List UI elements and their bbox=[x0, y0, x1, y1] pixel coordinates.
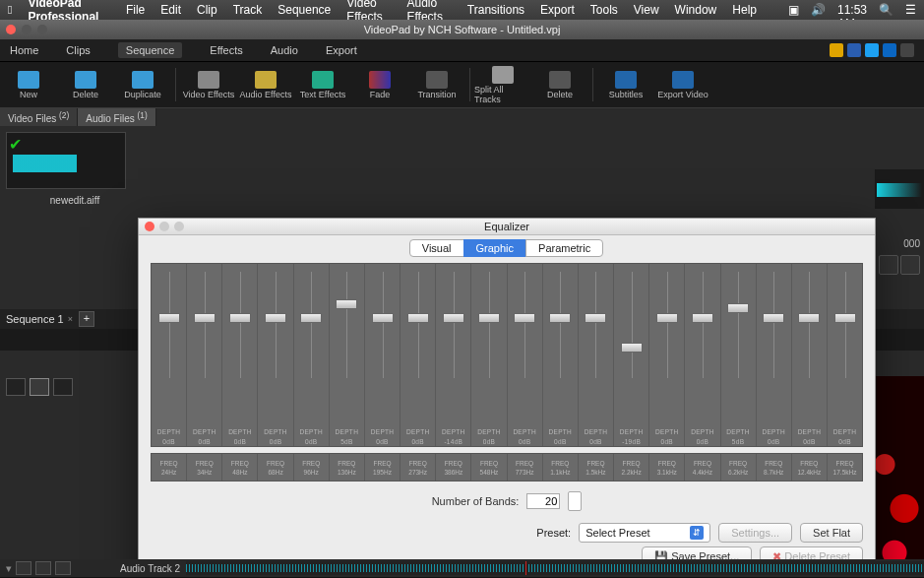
mute-icon[interactable] bbox=[16, 561, 31, 575]
eq-slider-thumb[interactable] bbox=[229, 313, 251, 323]
nav-home[interactable]: Home bbox=[10, 44, 38, 56]
tool-lock-icon[interactable] bbox=[53, 378, 73, 396]
eq-slider-thumb[interactable] bbox=[834, 313, 856, 323]
eq-slider-thumb[interactable] bbox=[549, 313, 571, 323]
clip-thumbnail[interactable]: ✔ bbox=[6, 132, 126, 189]
num-bands-stepper[interactable] bbox=[568, 491, 582, 511]
playhead[interactable] bbox=[525, 561, 526, 575]
sequence-tab[interactable]: Sequence 1 bbox=[6, 313, 64, 325]
like-icon[interactable] bbox=[830, 43, 843, 57]
eq-slider-thumb[interactable] bbox=[621, 343, 643, 353]
volume-icon[interactable]: 🔊 bbox=[811, 3, 826, 17]
seg-parametric[interactable]: Parametric bbox=[525, 239, 603, 257]
eq-freq-label: FREQ386Hz bbox=[436, 454, 471, 481]
share-icon[interactable] bbox=[900, 43, 914, 57]
menu-help[interactable]: Help bbox=[732, 3, 757, 17]
close-window-button[interactable] bbox=[6, 25, 16, 34]
tab-video-files[interactable]: Video Files (2) bbox=[0, 108, 78, 126]
nav-clips[interactable]: Clips bbox=[66, 44, 90, 56]
eq-slider-thumb[interactable] bbox=[194, 313, 216, 323]
eq-depth-label: DEPTH0dB bbox=[406, 427, 430, 447]
tool-b[interactable] bbox=[30, 378, 49, 396]
screencast-icon[interactable]: ▣ bbox=[788, 3, 799, 17]
tool-video-effects[interactable]: Video Effects bbox=[180, 64, 237, 105]
eq-slider-thumb[interactable] bbox=[443, 313, 464, 323]
tool-audio-effects[interactable]: Audio Effects bbox=[237, 64, 294, 105]
nav-effects[interactable]: Effects bbox=[210, 44, 242, 56]
eq-slider-thumb[interactable] bbox=[692, 313, 713, 323]
nav-sequence[interactable]: Sequence bbox=[118, 42, 183, 58]
tool-transition[interactable]: Transition bbox=[408, 64, 465, 105]
facebook-icon[interactable] bbox=[847, 43, 861, 57]
tool-new[interactable]: New bbox=[0, 64, 57, 105]
eq-slider-thumb[interactable] bbox=[336, 299, 357, 309]
eq-depth-label: DEPTH0dB bbox=[371, 427, 395, 447]
menu-extra-icon[interactable]: ☰ bbox=[905, 3, 916, 17]
menu-tools[interactable]: Tools bbox=[590, 3, 618, 17]
seg-graphic[interactable]: Graphic bbox=[463, 239, 527, 257]
tool-fade[interactable]: Fade bbox=[351, 64, 408, 105]
eq-slider-thumb[interactable] bbox=[265, 313, 286, 323]
eq-slider-thumb[interactable] bbox=[407, 313, 429, 323]
menu-export[interactable]: Export bbox=[540, 3, 575, 17]
menu-clip[interactable]: Clip bbox=[197, 3, 217, 17]
eq-band-11: DEPTH0dB bbox=[543, 264, 579, 447]
tool-a[interactable] bbox=[6, 378, 26, 396]
seg-visual[interactable]: Visual bbox=[409, 239, 464, 257]
eq-band-16: DEPTH5dB bbox=[721, 264, 757, 447]
eq-depth-label: DEPTH0dB bbox=[798, 427, 822, 447]
menu-view[interactable]: View bbox=[634, 3, 659, 17]
twitter-icon[interactable] bbox=[865, 43, 879, 57]
tool-delete2[interactable]: Delete bbox=[531, 64, 588, 105]
solo-icon[interactable] bbox=[35, 561, 51, 575]
eq-slider-thumb[interactable] bbox=[727, 303, 749, 313]
minimize-window-button[interactable] bbox=[22, 25, 31, 34]
nav-audio[interactable]: Audio bbox=[271, 44, 298, 56]
linkedin-icon[interactable] bbox=[883, 43, 896, 57]
track-waveform[interactable] bbox=[186, 561, 924, 575]
tool-text-effects[interactable]: Text Effects bbox=[294, 64, 351, 105]
eq-freq-label: FREQ48Hz bbox=[222, 454, 258, 481]
collapse-icon[interactable]: ▾ bbox=[6, 562, 12, 575]
eq-slider-thumb[interactable] bbox=[158, 313, 180, 323]
set-flat-button[interactable]: Set Flat bbox=[800, 523, 863, 543]
eq-slider-thumb[interactable] bbox=[656, 313, 678, 323]
menu-transitions[interactable]: Transitions bbox=[467, 3, 524, 17]
eq-band-9: DEPTH0dB bbox=[471, 264, 507, 447]
eq-slider-thumb[interactable] bbox=[763, 313, 784, 323]
eq-slider-thumb[interactable] bbox=[478, 313, 500, 323]
tool-duplicate[interactable]: Duplicate bbox=[114, 64, 171, 105]
eq-slider-thumb[interactable] bbox=[300, 313, 322, 323]
search-icon[interactable]: 🔍 bbox=[879, 3, 893, 17]
record-icon[interactable] bbox=[55, 561, 71, 575]
menu-track[interactable]: Track bbox=[233, 3, 263, 17]
menu-file[interactable]: File bbox=[126, 3, 145, 17]
next-button[interactable] bbox=[900, 255, 920, 275]
menu-edit[interactable]: Edit bbox=[160, 3, 181, 17]
zoom-button[interactable] bbox=[879, 255, 898, 275]
eq-slider-thumb[interactable] bbox=[514, 313, 535, 323]
nav-export[interactable]: Export bbox=[326, 44, 357, 56]
check-icon: ✔ bbox=[9, 135, 22, 154]
tab-audio-files[interactable]: Audio Files (1) bbox=[78, 108, 155, 126]
eq-slider-thumb[interactable] bbox=[585, 313, 606, 323]
zoom-window-button[interactable] bbox=[37, 25, 47, 34]
eq-depth-label: DEPTH-14dB bbox=[442, 427, 465, 447]
tool-delete[interactable]: Delete bbox=[57, 64, 114, 105]
apple-icon[interactable]:  bbox=[8, 3, 12, 17]
eq-band-2: DEPTH0dB bbox=[222, 264, 258, 447]
eq-band-8: DEPTH-14dB bbox=[436, 264, 471, 447]
close-tab-icon[interactable]: × bbox=[68, 314, 73, 324]
preset-select[interactable]: Select Preset⇵ bbox=[579, 523, 710, 543]
menu-sequence[interactable]: Sequence bbox=[277, 3, 331, 17]
eq-slider-thumb[interactable] bbox=[798, 313, 820, 323]
add-sequence-button[interactable]: + bbox=[79, 311, 94, 327]
tool-export-video[interactable]: Export Video bbox=[654, 64, 711, 105]
tool-subtitles[interactable]: Subtitles bbox=[597, 64, 654, 105]
tool-split-all[interactable]: Split All Tracks bbox=[474, 64, 531, 105]
eq-slider-thumb[interactable] bbox=[372, 313, 394, 323]
num-bands-input[interactable] bbox=[526, 493, 560, 509]
menu-window[interactable]: Window bbox=[675, 3, 717, 17]
dialog-close-button[interactable] bbox=[145, 222, 154, 231]
window-titlebar: VideoPad by NCH Software - Untitled.vpj bbox=[0, 20, 924, 39]
